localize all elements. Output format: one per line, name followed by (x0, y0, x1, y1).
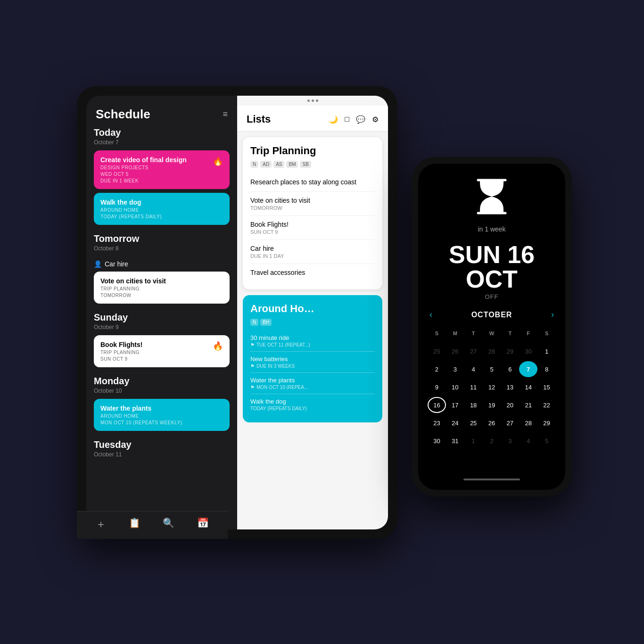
add-icon[interactable]: ＋ (96, 517, 106, 529)
lists-icons: 🌙 □ 💬 ⚙ (329, 115, 379, 124)
around-item-2[interactable]: Water the plants ⚑ MON OCT 10 (REPEA... (250, 373, 375, 394)
tag-sb: SB (300, 161, 311, 168)
cal-day-1-nov[interactable]: 1 (464, 433, 483, 449)
tag-ad: AD (260, 161, 272, 168)
task-water-plants[interactable]: Water the plants AROUND HOME MON OCT 10 … (94, 399, 230, 431)
cal-day-12[interactable]: 12 (483, 379, 501, 395)
iphone-screen: in 1 week SUN 16 OCT OFF ‹ OCTOBER › S M… (418, 164, 565, 490)
ipad-device: Schedule ≡ Today October 7 Create video … (77, 86, 397, 539)
day-section-today: Today October 7 Create video of final de… (94, 127, 230, 225)
cal-week-5: 23 24 25 26 27 28 29 (428, 415, 556, 431)
cal-day-26[interactable]: 26 (446, 343, 464, 359)
sidebar-icon[interactable]: □ (345, 115, 349, 124)
trip-item-3[interactable]: Car hire DUE IN 1 DAY (250, 240, 375, 264)
day-date-tomorrow: October 8 (94, 245, 230, 252)
cal-day-22[interactable]: 22 (537, 397, 556, 413)
cal-day-26-oct[interactable]: 26 (483, 415, 501, 431)
settings-icon[interactable]: ⚙ (372, 115, 379, 124)
person-icon: 👤 (94, 260, 102, 268)
trip-item-4[interactable]: Travel accessories (250, 264, 375, 282)
cal-day-2-nov[interactable]: 2 (483, 433, 501, 449)
task-vote-cities[interactable]: Vote on cities to visit TRIP PLANNING TO… (94, 272, 230, 304)
around-home-card[interactable]: Around Ho… N BH 30 minute ride ⚑ TUE OCT… (243, 295, 382, 422)
cal-day-1[interactable]: 1 (537, 343, 556, 359)
cal-day-20[interactable]: 20 (501, 397, 519, 413)
task-detail: WED OCT 5 (100, 172, 187, 177)
moon-icon[interactable]: 🌙 (329, 115, 338, 124)
around-item-1[interactable]: New batteries ⚑ DUE IN 3 WEEKS (250, 352, 375, 373)
cal-day-2[interactable]: 2 (428, 361, 446, 377)
cal-day-3-nov[interactable]: 3 (501, 433, 519, 449)
cal-day-29-oct[interactable]: 29 (537, 415, 556, 431)
day-label-tomorrow: Tomorrow (94, 233, 230, 244)
task-create-video[interactable]: Create video of final design DESIGN PROJ… (94, 150, 230, 189)
cal-day-4-nov[interactable]: 4 (519, 433, 537, 449)
cal-day-t1: T (464, 325, 483, 341)
trip-item-1[interactable]: Vote on cities to visit TOMORROW (250, 192, 375, 216)
message-icon[interactable]: 💬 (356, 115, 365, 124)
cal-day-25-oct[interactable]: 25 (464, 415, 483, 431)
cal-day-28[interactable]: 28 (483, 343, 501, 359)
cal-prev-button[interactable]: ‹ (429, 310, 432, 320)
trip-item-0[interactable]: Research places to stay along coast (250, 173, 375, 192)
task-due: DUE IN 1 WEEK (100, 178, 187, 183)
cal-day-21[interactable]: 21 (519, 397, 537, 413)
flag-icon: ⚑ (250, 342, 255, 347)
cal-day-19[interactable]: 19 (483, 397, 501, 413)
trip-planning-card[interactable]: Trip Planning N AD AS BM SB Research pla… (243, 137, 382, 289)
cal-day-31[interactable]: 31 (446, 433, 464, 449)
cal-day-27-oct[interactable]: 27 (501, 415, 519, 431)
cal-day-6[interactable]: 6 (501, 361, 519, 377)
cal-day-29[interactable]: 29 (501, 343, 519, 359)
cal-day-28-oct[interactable]: 28 (519, 415, 537, 431)
cal-day-23[interactable]: 23 (428, 415, 446, 431)
cal-day-16-selected[interactable]: 16 (428, 397, 446, 413)
cal-day-8[interactable]: 8 (537, 361, 556, 377)
cal-day-7-today[interactable]: 7 (519, 361, 537, 377)
cal-day-27[interactable]: 27 (464, 343, 483, 359)
cal-day-24[interactable]: 24 (446, 415, 464, 431)
filter-icon[interactable]: ≡ (223, 109, 228, 119)
cal-day-15[interactable]: 15 (537, 379, 556, 395)
task-detail: TOMORROW (100, 293, 223, 298)
tag-as: AS (273, 161, 284, 168)
cal-week-3: 9 10 11 12 13 14 15 (428, 379, 556, 395)
lists-title: Lists (247, 113, 271, 125)
cal-week-4: 16 17 18 19 20 21 22 (428, 397, 556, 413)
cal-day-30[interactable]: 30 (428, 433, 446, 449)
around-item-3[interactable]: Walk the dog TODAY (REPEATS DAILY) (250, 394, 375, 415)
tag-bm: BM (286, 161, 298, 168)
cal-day-5-nov[interactable]: 5 (537, 433, 556, 449)
trip-item-2[interactable]: Book Flights! SUN OCT 9 (250, 216, 375, 240)
day-label-tuesday: Tuesday (94, 439, 230, 450)
tag-n: N (250, 319, 258, 326)
task-car-hire-plain[interactable]: 👤 Car hire (94, 256, 230, 272)
cal-day-17[interactable]: 17 (446, 397, 464, 413)
cal-day-5[interactable]: 5 (483, 361, 501, 377)
cal-day-10[interactable]: 10 (446, 379, 464, 395)
cal-next-button[interactable]: › (551, 310, 554, 320)
cal-day-4[interactable]: 4 (464, 361, 483, 377)
fire-icon: 🔥 (213, 156, 223, 166)
cal-day-14[interactable]: 14 (519, 379, 537, 395)
task-walk-dog[interactable]: Walk the dog AROUND HOME TODAY (REPEATS … (94, 193, 230, 225)
around-item-title: New batteries (250, 355, 375, 363)
calendar-icon[interactable]: 📅 (197, 517, 209, 529)
day-label-sunday: Sunday (94, 312, 230, 323)
search-icon[interactable]: 🔍 (163, 517, 174, 529)
cal-day-3[interactable]: 3 (446, 361, 464, 377)
cal-day-11[interactable]: 11 (464, 379, 483, 395)
cal-day-s2: S (537, 325, 556, 341)
around-item-title: Water the plants (250, 377, 375, 384)
cal-day-13[interactable]: 13 (501, 379, 519, 395)
task-subtitle: TRIP PLANNING (100, 350, 142, 355)
cal-day-9[interactable]: 9 (428, 379, 446, 395)
list-icon[interactable]: 📋 (129, 517, 140, 529)
around-item-0[interactable]: 30 minute ride ⚑ TUE OCT 11 (REPEAT...) (250, 330, 375, 352)
task-title: Create video of final design (100, 156, 187, 164)
task-book-flights[interactable]: Book Flights! TRIP PLANNING SUN OCT 9 🔥 (94, 335, 230, 367)
cal-day-25[interactable]: 25 (428, 343, 446, 359)
day-date-sunday: October 9 (94, 324, 230, 330)
cal-day-30-sep[interactable]: 30 (519, 343, 537, 359)
cal-day-18[interactable]: 18 (464, 397, 483, 413)
